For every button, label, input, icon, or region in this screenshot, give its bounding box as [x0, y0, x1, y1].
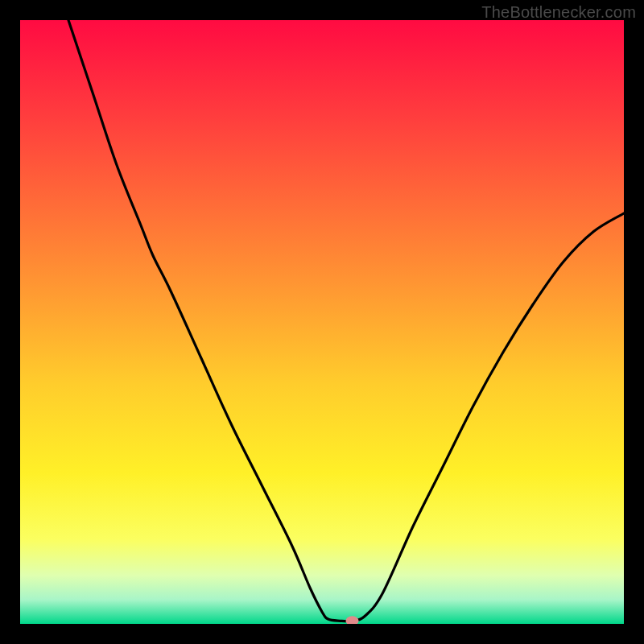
watermark-text: TheBottlenecker.com: [481, 3, 636, 22]
chart-svg: [20, 20, 624, 624]
chart-frame: TheBottlenecker.com: [0, 0, 644, 644]
bottleneck-chart: [20, 20, 624, 624]
chart-background: [20, 20, 624, 624]
